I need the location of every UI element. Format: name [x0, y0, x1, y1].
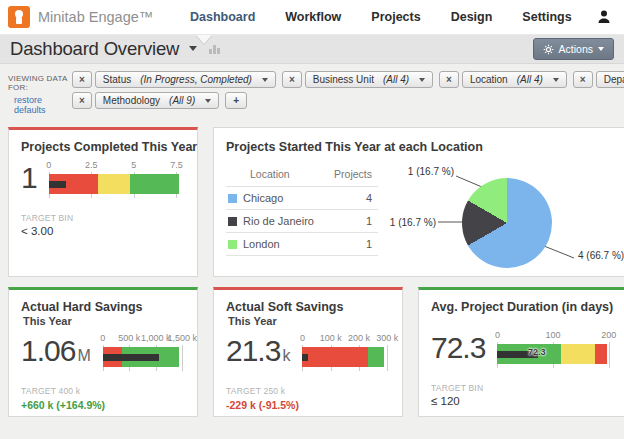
- remove-filter-icon[interactable]: ×: [72, 92, 92, 109]
- filter-label-block: VIEWING DATA FOR: restore defaults: [8, 71, 72, 115]
- column-header-projects: Projects: [332, 168, 378, 180]
- metric-value: 72.3: [431, 330, 485, 366]
- pie-label-london: 1 (16.7 %): [378, 166, 454, 177]
- remove-filter-icon[interactable]: ×: [282, 71, 302, 88]
- actions-button[interactable]: Actions: [533, 38, 614, 60]
- legend-swatch-london: [228, 240, 237, 249]
- filter-chip-methodology: × Methodology(All 9): [72, 92, 219, 109]
- chip-label: Methodology: [103, 95, 160, 106]
- chip-label: Location: [470, 74, 508, 85]
- gear-icon: [543, 44, 554, 55]
- chip-label: Status: [103, 74, 131, 85]
- card-title: Projects Started This Year at each Locat…: [226, 140, 612, 154]
- filter-chip-business-unit: × Business Unit(All 4): [282, 71, 433, 88]
- metric-value: 1.06M: [21, 333, 91, 374]
- card-title: Actual Hard Savings: [21, 300, 185, 314]
- brand-title: Minitab Engage™: [38, 9, 176, 25]
- target-label: TARGET 250 k: [226, 386, 390, 396]
- legend-swatch-rio: [228, 217, 237, 226]
- target-label: TARGET 400 k: [21, 386, 185, 396]
- card-title: Avg. Project Duration (in days): [431, 300, 613, 314]
- filter-chip-business-unit-button[interactable]: Business Unit(All 4): [305, 71, 433, 88]
- table-row: Chicago 4: [226, 186, 378, 209]
- card-avg-project-duration[interactable]: Avg. Project Duration (in days) 72.3 010…: [418, 287, 624, 417]
- actions-caret-icon: [598, 47, 604, 51]
- card-title: Actual Soft Savings: [226, 300, 390, 314]
- remove-filter-icon[interactable]: ×: [72, 71, 92, 88]
- target-bin-label: TARGET BIN: [21, 213, 185, 223]
- chip-detail: (In Progress, Completed): [140, 74, 252, 85]
- chart-view-icon[interactable]: [209, 45, 220, 54]
- value-unit: M: [77, 347, 90, 364]
- pie-label-chicago: 4 (66.7 %): [578, 250, 624, 261]
- legend-swatch-chicago: [228, 194, 237, 203]
- minitab-logo-icon: [8, 6, 30, 28]
- target-bin-value: ≤ 120: [431, 395, 613, 407]
- filter-chip-department-button[interactable]: Department(All 4): [596, 71, 624, 88]
- card-actual-soft-savings[interactable]: Actual Soft Savings This Year 21.3k 0100…: [213, 287, 403, 417]
- filter-chip-methodology-button[interactable]: Methodology(All 9): [95, 92, 219, 109]
- filter-chip-location-button[interactable]: Location(All 4): [462, 71, 567, 88]
- dashboard-cards: Projects Completed This Year 1 02.557.5 …: [0, 121, 624, 425]
- delta-negative: -229 k (-91.5%): [226, 399, 390, 411]
- delta-positive: +660 k (+164.9%): [21, 399, 185, 411]
- chevron-down-icon: [262, 78, 268, 82]
- nav-tab-design[interactable]: Design: [451, 10, 493, 24]
- value-unit: k: [282, 347, 290, 364]
- nav-tab-dashboard[interactable]: Dashboard: [190, 10, 255, 24]
- chevron-down-icon: [419, 78, 425, 82]
- add-filter-button[interactable]: +: [225, 92, 247, 109]
- filter-chip-status: × Status(In Progress, Completed): [72, 71, 276, 88]
- value-number: 1.06: [21, 334, 75, 367]
- row-count: 4: [332, 192, 378, 204]
- nav-items: Dashboard Workflow Projects Design Setti…: [190, 10, 572, 24]
- card-title: Projects Completed This Year: [21, 140, 185, 154]
- nav-tab-projects[interactable]: Projects: [371, 10, 420, 24]
- logo-glyph-body: [16, 16, 22, 24]
- bullet-chart-hard-savings: 0500 k1,000 k1,500 k: [103, 333, 185, 377]
- active-tab-notch: [196, 35, 212, 44]
- target-bin-label: TARGET BIN: [431, 383, 613, 393]
- table-row: Rio de Janeiro 1: [226, 209, 378, 232]
- chevron-down-icon: [205, 99, 211, 103]
- card-subtitle: This Year: [228, 315, 390, 327]
- chip-detail: (All 4): [383, 74, 409, 85]
- filter-chip-location: × Location(All 4): [439, 71, 567, 88]
- row-count: 1: [332, 215, 378, 227]
- row-location: Chicago: [243, 192, 332, 204]
- bullet-chart-projects-completed: 02.557.5: [49, 160, 185, 204]
- chevron-down-icon: [553, 78, 559, 82]
- viewing-data-label: VIEWING DATA FOR:: [8, 74, 72, 92]
- filter-chip-row-1: × Status(In Progress, Completed) × Busin…: [72, 71, 624, 88]
- filter-bar: VIEWING DATA FOR: restore defaults × Sta…: [0, 64, 624, 121]
- chip-detail: (All 4): [517, 74, 543, 85]
- card-projects-started[interactable]: Projects Started This Year at each Locat…: [213, 127, 624, 277]
- value-number: 21.3: [226, 334, 280, 367]
- card-actual-hard-savings[interactable]: Actual Hard Savings This Year 1.06M 0500…: [8, 287, 198, 417]
- row-location: London: [243, 238, 332, 250]
- bullet-chart-duration: 010020072.3: [497, 330, 613, 374]
- remove-filter-icon[interactable]: ×: [573, 71, 593, 88]
- page-title: Dashboard Overview: [10, 38, 179, 60]
- card-projects-completed[interactable]: Projects Completed This Year 1 02.557.5 …: [8, 127, 198, 277]
- dashboard-selector-caret-icon[interactable]: [189, 46, 197, 51]
- nav-tab-workflow[interactable]: Workflow: [285, 10, 341, 24]
- metric-value: 21.3k: [226, 333, 290, 374]
- remove-filter-icon[interactable]: ×: [439, 71, 459, 88]
- column-header-location: Location: [226, 168, 332, 180]
- actions-label: Actions: [559, 43, 593, 55]
- user-account-icon[interactable]: [596, 9, 612, 25]
- pie-chart[interactable]: [462, 178, 552, 268]
- target-bin-value: < 3.00: [21, 225, 185, 237]
- filter-chip-department: × Department(All 4): [573, 71, 624, 88]
- card-subtitle: This Year: [23, 315, 185, 327]
- pie-label-rio: 1 (16.7 %): [378, 217, 436, 228]
- nav-tab-settings[interactable]: Settings: [522, 10, 571, 24]
- row-location: Rio de Janeiro: [243, 215, 332, 227]
- filter-chip-status-button[interactable]: Status(In Progress, Completed): [95, 71, 276, 88]
- filter-chip-row-2: × Methodology(All 9) +: [72, 92, 624, 109]
- bullet-chart-soft-savings: 0100 k200 k300 k: [302, 333, 390, 377]
- page-header-band: Dashboard Overview Actions: [0, 34, 624, 64]
- metric-value: 1: [21, 160, 37, 196]
- restore-defaults-link[interactable]: restore defaults: [14, 95, 72, 115]
